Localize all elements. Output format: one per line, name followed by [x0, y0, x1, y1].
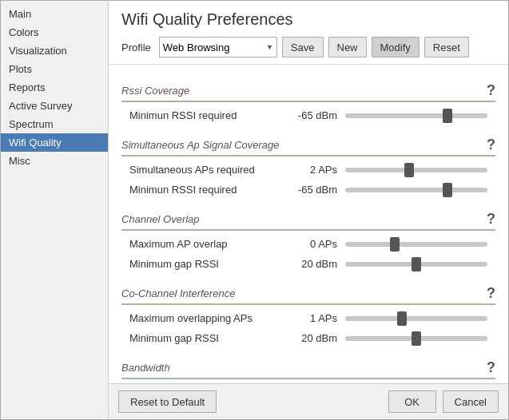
setting-value: 0 APs — [289, 238, 345, 250]
sidebar-item-visualization[interactable]: Visualization — [1, 42, 108, 60]
setting-row: Minimun RSSI required-65 dBm — [121, 180, 495, 200]
slider-thumb[interactable] — [397, 311, 407, 326]
slider-thumb[interactable] — [412, 257, 421, 271]
modify-button[interactable]: Modify — [372, 37, 420, 57]
section-title-0: Rssi Coverage — [121, 85, 189, 97]
setting-row: Minimum gap RSSI20 dBm — [121, 254, 495, 274]
slider-thumb[interactable] — [412, 331, 421, 346]
main-header: Wifi Quality Preferences Profile Web Bro… — [109, 1, 508, 65]
help-icon-2[interactable]: ? — [487, 211, 495, 228]
section-header-2: Channel Overlap? — [121, 206, 495, 231]
help-icon-3[interactable]: ? — [487, 285, 495, 302]
slider-track[interactable] — [345, 262, 487, 267]
sidebar-item-plots[interactable]: Plots — [1, 60, 108, 78]
reset-button[interactable]: Reset — [424, 37, 469, 57]
profile-select-wrapper[interactable]: Web Browsing — [159, 37, 277, 57]
slider-container — [345, 336, 487, 341]
slider-track[interactable] — [345, 242, 487, 247]
slider-container — [345, 262, 487, 267]
setting-label: Minimum gap RSSI — [129, 332, 289, 344]
toolbar: Profile Web Browsing Save New Modify Res… — [121, 37, 495, 57]
slider-container — [345, 168, 487, 172]
reset-to-default-button[interactable]: Reset to Default — [118, 390, 217, 413]
section-header-3: Co-Channel Interference? — [121, 280, 495, 305]
sidebar-item-active-survey[interactable]: Active Survey — [1, 97, 108, 115]
sidebar-item-misc[interactable]: Misc — [1, 152, 108, 170]
slider-track[interactable] — [345, 336, 487, 341]
slider-track[interactable] — [345, 188, 487, 192]
setting-value: 2 APs — [289, 164, 345, 176]
section-1: Simultaneous Ap Signal Coverage?Simultan… — [121, 132, 495, 200]
slider-track[interactable] — [345, 113, 487, 118]
slider-container — [345, 242, 487, 247]
setting-row: Minimun RSSI required-65 dBm — [121, 105, 495, 125]
slider-container — [345, 113, 487, 118]
setting-value: -65 dBm — [289, 184, 345, 196]
footer-right: OK Cancel — [388, 390, 499, 413]
slider-container — [345, 188, 487, 192]
setting-label: Minimun RSSI required — [129, 184, 289, 196]
setting-label: Minimum gap RSSI — [129, 258, 289, 270]
setting-value: -65 dBm — [289, 109, 345, 121]
section-title-1: Simultaneous Ap Signal Coverage — [121, 139, 280, 151]
setting-label: Simultaneous APs required — [129, 164, 289, 176]
slider-container — [345, 316, 487, 321]
section-3: Co-Channel Interference?Maximum overlapp… — [121, 280, 495, 348]
slider-track[interactable] — [345, 316, 487, 321]
sidebar-item-main[interactable]: Main — [1, 5, 108, 23]
main-panel: Wifi Quality Preferences Profile Web Bro… — [109, 1, 508, 419]
help-icon-1[interactable]: ? — [487, 137, 495, 153]
section-title-3: Co-Channel Interference — [121, 287, 235, 299]
help-icon-4[interactable]: ? — [487, 359, 495, 376]
slider-track[interactable] — [345, 168, 487, 172]
content-scroll: Rssi Coverage?Minimun RSSI required-65 d… — [109, 65, 508, 383]
sidebar-item-reports[interactable]: Reports — [1, 78, 108, 97]
footer: Reset to Default OK Cancel — [109, 383, 508, 419]
setting-value: 1 APs — [289, 312, 345, 324]
footer-left: Reset to Default — [118, 390, 217, 413]
section-4: Bandwidth? — [121, 355, 495, 379]
setting-row: Minimum gap RSSI20 dBm — [121, 328, 495, 348]
slider-thumb[interactable] — [390, 237, 400, 252]
setting-row: Maximum overlapping APs1 APs — [121, 308, 495, 328]
sidebar-item-spectrum[interactable]: Spectrum — [1, 115, 108, 133]
section-2: Channel Overlap?Maximum AP overlap0 APsM… — [121, 206, 495, 274]
sidebar: MainColorsVisualizationPlotsReportsActiv… — [1, 1, 109, 419]
setting-row: Simultaneous APs required2 APs — [121, 160, 495, 180]
sidebar-item-colors[interactable]: Colors — [1, 23, 108, 42]
section-header-1: Simultaneous Ap Signal Coverage? — [121, 132, 495, 157]
setting-value: 20 dBm — [289, 332, 345, 344]
sidebar-item-wifi-quality[interactable]: Wifi Quality — [1, 133, 108, 152]
slider-thumb[interactable] — [443, 183, 452, 197]
setting-value: 20 dBm — [289, 258, 345, 270]
setting-row: Maximum AP overlap0 APs — [121, 234, 495, 254]
section-header-4: Bandwidth? — [121, 355, 495, 379]
slider-thumb[interactable] — [404, 163, 414, 177]
section-0: Rssi Coverage?Minimun RSSI required-65 d… — [121, 77, 495, 125]
save-button[interactable]: Save — [282, 37, 324, 57]
setting-label: Maximum overlapping APs — [129, 312, 289, 324]
section-header-0: Rssi Coverage? — [121, 77, 495, 102]
ok-button[interactable]: OK — [388, 390, 436, 413]
section-title-4: Bandwidth — [121, 362, 170, 374]
slider-thumb[interactable] — [443, 109, 452, 123]
profile-dropdown[interactable]: Web Browsing — [159, 37, 277, 57]
setting-label: Minimun RSSI required — [129, 109, 289, 121]
profile-label: Profile — [121, 42, 151, 53]
cancel-button[interactable]: Cancel — [443, 390, 499, 413]
new-button[interactable]: New — [328, 37, 367, 57]
help-icon-0[interactable]: ? — [487, 82, 495, 99]
page-title: Wifi Quality Preferences — [121, 10, 495, 29]
section-title-2: Channel Overlap — [121, 213, 200, 225]
setting-label: Maximum AP overlap — [129, 238, 289, 250]
